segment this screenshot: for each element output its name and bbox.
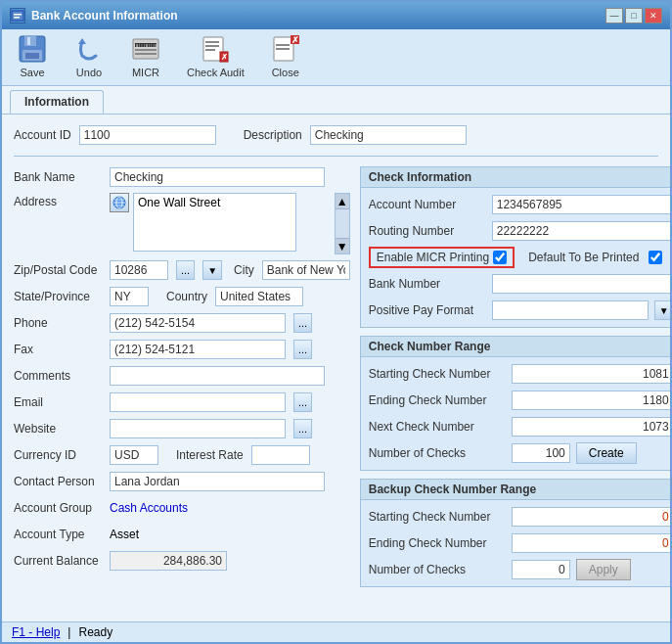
positive-pay-input[interactable] — [492, 300, 649, 320]
current-balance-input — [110, 551, 227, 571]
svg-marker-8 — [78, 38, 86, 44]
zip-ellipsis-btn[interactable]: ... — [176, 260, 195, 280]
ending-check-label: Ending Check Number — [369, 393, 506, 407]
backup-check-range-section: Backup Check Number Range Starting Check… — [360, 479, 670, 587]
title-bar-left: Bank Account Information — [10, 8, 178, 23]
city-input[interactable] — [262, 260, 350, 280]
title-bar-controls: — □ ✕ — [605, 8, 662, 23]
country-input[interactable] — [215, 287, 303, 306]
close-toolbar-button[interactable]: ✗ Close — [263, 30, 308, 81]
app-icon — [10, 8, 25, 23]
backup-ending-label: Ending Check Number — [369, 536, 506, 550]
website-label: Website — [14, 422, 102, 436]
minimize-button[interactable]: — — [605, 8, 623, 23]
bank-number-input[interactable] — [492, 274, 670, 294]
save-button[interactable]: Save — [10, 30, 55, 81]
website-row: Website ... — [14, 418, 350, 439]
account-number-input[interactable] — [492, 195, 670, 214]
scroll-up[interactable]: ▲ — [336, 194, 349, 209]
svg-rect-16 — [205, 45, 219, 47]
close-label: Close — [272, 67, 299, 78]
undo-button[interactable]: Undo — [67, 30, 112, 81]
fax-input[interactable] — [110, 340, 286, 359]
maximize-button[interactable]: □ — [625, 8, 643, 23]
description-input[interactable] — [310, 125, 467, 145]
next-check-input[interactable] — [512, 417, 670, 437]
create-button[interactable]: Create — [576, 442, 637, 464]
check-number-range-content: Starting Check Number Ending Check Numbe… — [361, 357, 670, 470]
website-input[interactable] — [110, 419, 286, 438]
scroll-down[interactable]: ▼ — [336, 238, 349, 253]
comments-input[interactable] — [110, 366, 325, 386]
check-audit-icon: ✗ — [200, 33, 231, 65]
window-close-button[interactable]: ✕ — [645, 8, 662, 23]
num-checks-input[interactable] — [512, 443, 570, 463]
state-country-row: State/Province Country — [14, 286, 350, 307]
email-input[interactable] — [110, 392, 286, 412]
website-ellipsis-btn[interactable]: ... — [293, 419, 312, 438]
contact-person-input[interactable] — [110, 472, 325, 491]
backup-starting-input[interactable] — [512, 507, 670, 527]
address-scrollbar[interactable]: ▲ ▼ — [335, 193, 350, 254]
micr-label-box: Enable MICR Printing — [369, 247, 515, 268]
micr-button[interactable]: 8|||8|||8 MICR — [123, 30, 168, 81]
address-label: Address — [14, 195, 102, 208]
undo-label: Undo — [76, 67, 102, 78]
currency-id-input[interactable] — [110, 445, 158, 465]
close-icon: ✗ — [270, 33, 301, 65]
account-group-label: Account Group — [14, 501, 102, 515]
positive-pay-dropdown[interactable]: ▼ — [654, 300, 670, 320]
routing-number-row: Routing Number — [369, 220, 670, 242]
zip-input[interactable] — [110, 260, 168, 280]
address-area: One Wall Street ▲ ▼ — [110, 193, 350, 254]
email-ellipsis-btn[interactable]: ... — [293, 392, 312, 412]
title-bar: Bank Account Information — □ ✕ — [2, 2, 670, 29]
apply-button[interactable]: Apply — [576, 559, 631, 580]
fax-ellipsis-btn[interactable]: ... — [293, 340, 312, 359]
main-window: Bank Account Information — □ ✕ Save — [0, 0, 672, 644]
state-label: State/Province — [14, 290, 102, 303]
contact-person-label: Contact Person — [14, 475, 102, 488]
bank-name-label: Bank Name — [14, 170, 102, 184]
svg-rect-0 — [12, 11, 23, 21]
micr-printing-row: Enable MICR Printing Default To Be Print… — [369, 247, 670, 268]
backup-num-checks-input[interactable] — [512, 560, 570, 579]
zip-dropdown-btn[interactable]: ▼ — [202, 260, 222, 280]
ending-check-input[interactable] — [512, 391, 670, 410]
bank-name-input[interactable] — [110, 167, 325, 187]
address-textarea[interactable]: One Wall Street — [133, 193, 296, 252]
backup-ending-input[interactable] — [512, 533, 670, 553]
state-input[interactable] — [110, 287, 149, 306]
save-label: Save — [20, 67, 44, 78]
micr-icon: 8|||8|||8 — [130, 33, 161, 65]
starting-check-input[interactable] — [512, 364, 670, 384]
tab-information[interactable]: Information — [10, 90, 104, 114]
bank-number-row: Bank Number — [369, 273, 670, 295]
country-label: Country — [166, 290, 207, 303]
right-column: Check Information Account Number Routing… — [360, 166, 670, 595]
separator-1 — [14, 156, 658, 157]
svg-rect-5 — [27, 37, 30, 45]
routing-number-input[interactable] — [492, 221, 670, 241]
status-text: Ready — [78, 625, 112, 639]
svg-rect-7 — [25, 53, 39, 59]
account-number-label: Account Number — [369, 198, 486, 211]
comments-label: Comments — [14, 369, 102, 383]
default-printed-checkbox[interactable] — [649, 251, 662, 264]
help-link[interactable]: F1 - Help — [12, 625, 60, 639]
phone-input[interactable] — [110, 313, 286, 333]
check-audit-button[interactable]: ✗ Check Audit — [180, 30, 251, 81]
bank-number-label: Bank Number — [369, 277, 486, 291]
address-globe-button[interactable] — [110, 193, 129, 212]
interest-rate-input[interactable] — [251, 445, 310, 465]
bank-name-row: Bank Name — [14, 166, 350, 188]
email-row: Email ... — [14, 391, 350, 413]
enable-micr-checkbox[interactable] — [493, 251, 507, 264]
positive-pay-label: Positive Pay Format — [369, 303, 486, 317]
phone-ellipsis-btn[interactable]: ... — [293, 313, 312, 333]
account-id-input[interactable] — [79, 125, 216, 145]
positive-pay-row: Positive Pay Format ▼ — [369, 299, 670, 321]
city-label: City — [234, 263, 254, 277]
zip-city-row: Zip/Postal Code ... ▼ City — [14, 259, 350, 281]
account-group-value[interactable]: Cash Accounts — [110, 501, 188, 515]
